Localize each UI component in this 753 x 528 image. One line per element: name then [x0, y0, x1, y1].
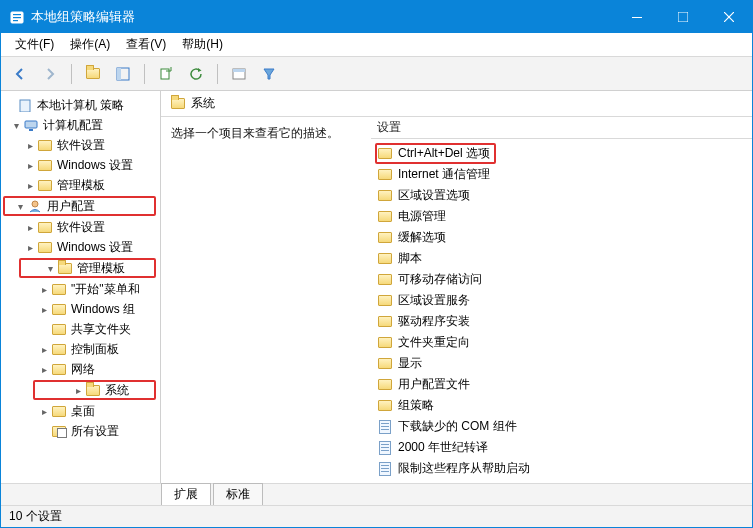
window-title: 本地组策略编辑器 — [31, 8, 614, 26]
svg-rect-12 — [233, 69, 245, 72]
toolbar — [1, 57, 752, 91]
right-panel: 系统 选择一个项目来查看它的描述。 设置 Ctrl+Alt+Del 选项Inte… — [161, 91, 752, 483]
list-item[interactable]: 可移动存储访问 — [371, 269, 752, 290]
list-item[interactable]: 限制这些程序从帮助启动 — [371, 458, 752, 479]
tree-item[interactable]: 所有设置 — [1, 421, 160, 441]
highlighted-item[interactable]: Ctrl+Alt+Del 选项 — [375, 143, 496, 164]
list-item[interactable]: Ctrl+Alt+Del 选项 — [371, 143, 752, 164]
properties-button[interactable] — [226, 61, 252, 87]
menu-help[interactable]: 帮助(H) — [174, 34, 231, 55]
list-item-label: 驱动程序安装 — [398, 313, 470, 330]
list-item-label: 文件夹重定向 — [398, 334, 470, 351]
folder-icon — [378, 211, 392, 222]
folder-icon — [378, 253, 392, 264]
items-list[interactable]: Ctrl+Alt+Del 选项Internet 通信管理区域设置选项电源管理缓解… — [371, 139, 752, 483]
list-pane: 设置 Ctrl+Alt+Del 选项Internet 通信管理区域设置选项电源管… — [371, 117, 752, 483]
tree-admin-templates[interactable]: ▾管理模板 — [19, 258, 156, 278]
tree-item[interactable]: ▸"开始"菜单和 — [1, 279, 160, 299]
user-icon — [27, 198, 43, 214]
list-item-label: 缓解选项 — [398, 229, 446, 246]
refresh-button[interactable] — [183, 61, 209, 87]
list-item[interactable]: 电源管理 — [371, 206, 752, 227]
filter-button[interactable] — [256, 61, 282, 87]
list-item-label: 用户配置文件 — [398, 376, 470, 393]
maximize-button[interactable] — [660, 1, 706, 33]
tree-root[interactable]: 本地计算机 策略 — [1, 95, 160, 115]
folder-icon — [378, 232, 392, 243]
tab-extended[interactable]: 扩展 — [161, 483, 211, 505]
tree-item[interactable]: ▸控制面板 — [1, 339, 160, 359]
tree-item[interactable]: ▸网络 — [1, 359, 160, 379]
folder-icon — [378, 400, 392, 411]
setting-icon — [379, 462, 391, 476]
right-header: 系统 — [161, 91, 752, 117]
export-button[interactable] — [153, 61, 179, 87]
tree-item[interactable]: ▸管理模板 — [1, 175, 160, 195]
up-button[interactable] — [80, 61, 106, 87]
list-item[interactable]: 缓解选项 — [371, 227, 752, 248]
statusbar: 10 个设置 — [1, 505, 752, 527]
list-item-label: Ctrl+Alt+Del 选项 — [398, 145, 490, 162]
policy-icon — [17, 97, 33, 113]
list-item-label: 显示 — [398, 355, 422, 372]
svg-rect-2 — [13, 17, 21, 18]
setting-icon — [379, 420, 391, 434]
list-item[interactable]: 下载缺少的 COM 组件 — [371, 416, 752, 437]
description-pane: 选择一个项目来查看它的描述。 — [161, 117, 371, 483]
tree-item[interactable]: ▸软件设置 — [1, 135, 160, 155]
svg-rect-13 — [20, 100, 30, 112]
tab-strip: 扩展 标准 — [1, 483, 752, 505]
tab-standard[interactable]: 标准 — [213, 483, 263, 505]
back-button[interactable] — [7, 61, 33, 87]
menu-file[interactable]: 文件(F) — [7, 34, 62, 55]
toolbar-separator — [217, 64, 218, 84]
description-text: 选择一个项目来查看它的描述。 — [171, 126, 339, 140]
tree-panel[interactable]: 本地计算机 策略 ▾计算机配置 ▸软件设置 ▸Windows 设置 ▸管理模板 … — [1, 91, 161, 483]
tree-item[interactable]: ▸Windows 设置 — [1, 237, 160, 257]
svg-rect-3 — [13, 20, 18, 21]
list-item[interactable]: 区域设置服务 — [371, 290, 752, 311]
tree-item[interactable]: ▸桌面 — [1, 401, 160, 421]
tree-system[interactable]: ▸系统 — [33, 380, 156, 400]
folder-icon — [171, 98, 185, 109]
toolbar-separator — [144, 64, 145, 84]
list-item[interactable]: 驱动程序安装 — [371, 311, 752, 332]
svg-rect-4 — [632, 17, 642, 18]
list-item[interactable]: 区域设置选项 — [371, 185, 752, 206]
tree-item[interactable]: ▸Windows 设置 — [1, 155, 160, 175]
window: 本地组策略编辑器 文件(F) 操作(A) 查看(V) 帮助(H) 本地计算机 策… — [0, 0, 753, 528]
svg-rect-14 — [25, 121, 37, 128]
tree-item[interactable]: ▸Windows 组 — [1, 299, 160, 319]
minimize-button[interactable] — [614, 1, 660, 33]
list-item-label: 2000 年世纪转译 — [398, 439, 488, 456]
folder-icon — [378, 190, 392, 201]
tree-computer-config[interactable]: ▾计算机配置 — [1, 115, 160, 135]
folder-icon — [378, 379, 392, 390]
svg-rect-9 — [117, 68, 121, 80]
titlebar: 本地组策略编辑器 — [1, 1, 752, 33]
list-item[interactable]: 显示 — [371, 353, 752, 374]
tree-user-config[interactable]: ▾用户配置 — [3, 196, 156, 216]
tree-item[interactable]: ▸软件设置 — [1, 217, 160, 237]
close-button[interactable] — [706, 1, 752, 33]
menu-view[interactable]: 查看(V) — [118, 34, 174, 55]
svg-point-16 — [32, 201, 38, 207]
list-item[interactable]: 组策略 — [371, 395, 752, 416]
menu-action[interactable]: 操作(A) — [62, 34, 118, 55]
app-icon — [9, 9, 25, 25]
list-item[interactable]: 文件夹重定向 — [371, 332, 752, 353]
forward-button[interactable] — [37, 61, 63, 87]
svg-rect-1 — [13, 14, 21, 15]
list-item-label: 脚本 — [398, 250, 422, 267]
list-item-label: 组策略 — [398, 397, 434, 414]
list-column-header[interactable]: 设置 — [371, 117, 752, 139]
list-item[interactable]: 用户配置文件 — [371, 374, 752, 395]
main-body: 本地计算机 策略 ▾计算机配置 ▸软件设置 ▸Windows 设置 ▸管理模板 … — [1, 91, 752, 483]
list-item[interactable]: 2000 年世纪转译 — [371, 437, 752, 458]
list-item[interactable]: Internet 通信管理 — [371, 164, 752, 185]
list-item-label: 可移动存储访问 — [398, 271, 482, 288]
toolbar-separator — [71, 64, 72, 84]
tree-item[interactable]: 共享文件夹 — [1, 319, 160, 339]
list-item[interactable]: 脚本 — [371, 248, 752, 269]
show-tree-button[interactable] — [110, 61, 136, 87]
